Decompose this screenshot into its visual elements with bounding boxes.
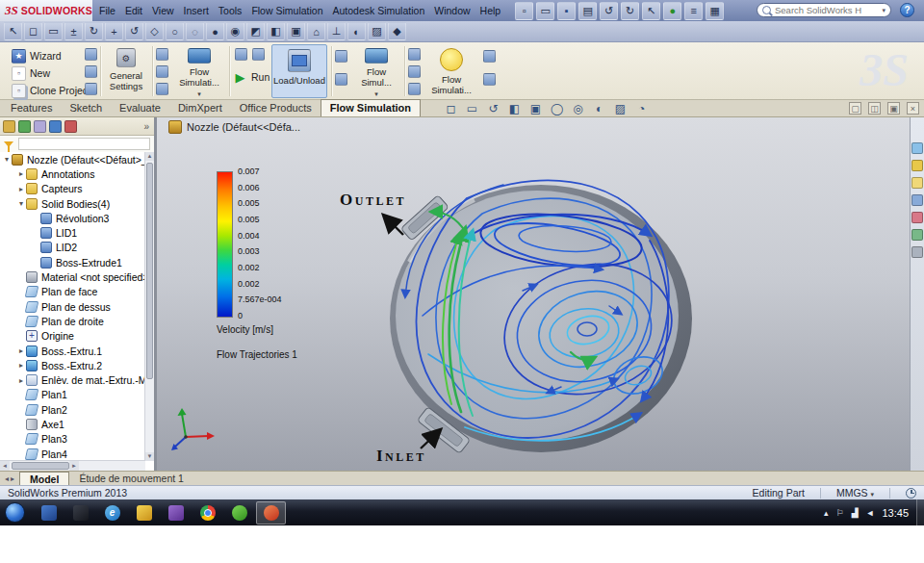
save-icon[interactable]: ▪ [557, 2, 576, 20]
tab-dimxpert[interactable]: DimXpert [169, 100, 231, 116]
tree-item-boss-extru-2[interactable]: ▸Boss.-Extru.2 [0, 358, 145, 372]
tree-item-plan3[interactable]: Plan3 [0, 432, 145, 447]
realview-icon[interactable]: ◆ [388, 22, 406, 40]
view-orientation-icon[interactable]: ▣ [287, 22, 305, 40]
scroll-thumb[interactable] [12, 462, 69, 470]
wireframe-icon[interactable]: ○ [166, 22, 184, 40]
file-properties-icon[interactable]: ▦ [706, 2, 724, 20]
tree-item-annotations[interactable]: ▸Annotations [0, 166, 145, 181]
new-project-button[interactable]: ▫ New [12, 65, 50, 81]
tree-expander-icon[interactable]: ▸ [16, 185, 26, 193]
zoom-fit-icon[interactable]: ◻ [443, 101, 459, 116]
tree-item-enl-v-de-mat-extru-minc[interactable]: ▸Enlèv. de mat.-Extru.-Minc [0, 372, 145, 387]
tree-item-material-not-specified[interactable]: Material <not specified> [0, 269, 145, 284]
taskbar-clock[interactable]: 13:45 [882, 507, 909, 519]
hidden-icons-chevron[interactable]: ▴ [824, 508, 829, 518]
action-center-icon[interactable]: ⚐ [836, 508, 844, 518]
tree-expander-icon[interactable]: ▸ [16, 169, 26, 178]
zoom-in-out-icon[interactable]: ± [64, 22, 83, 40]
tree-item-r-volution3[interactable]: Révolution3 [0, 211, 145, 225]
flow-tools-button[interactable]: Flow Simulati... [425, 44, 477, 98]
tree-item-boss-extru-1[interactable]: ▸Boss.-Extru.1 [0, 344, 145, 358]
tree-expander-icon[interactable]: ▸ [16, 361, 26, 370]
window-close-icon[interactable]: × [907, 102, 919, 115]
previous-view-icon[interactable]: ↺ [125, 22, 143, 40]
result-option-icon[interactable] [408, 83, 421, 95]
show-desktop-button[interactable] [916, 499, 924, 525]
tree-item-solid-bodies-4[interactable]: ▾Solid Bodies(4) [0, 196, 145, 211]
taskbar-app-green[interactable] [224, 501, 254, 525]
shaded-icon[interactable]: ● [206, 22, 224, 40]
result-option-icon[interactable] [408, 48, 421, 61]
graphics-area[interactable]: Nozzle (Défaut<<Défa... 0.0070.0060.0050… [157, 117, 910, 471]
scene-icon[interactable]: ▨ [368, 22, 386, 40]
pan-icon[interactable]: + [105, 22, 123, 40]
hide-show-items-icon[interactable]: ◎ [570, 101, 586, 116]
start-button[interactable] [5, 502, 25, 523]
scroll-right-icon[interactable]: ► [69, 461, 79, 471]
normal-to-icon[interactable]: ⊥ [327, 22, 346, 40]
taskbar-app-internet-explorer[interactable]: e [97, 501, 127, 525]
edit-appearance-icon[interactable]: ◐ [591, 101, 607, 116]
view-palette-icon[interactable] [911, 194, 923, 206]
model-tab-tude-de-mouvement-1[interactable]: Étude de mouvement 1 [69, 472, 193, 485]
perspective-icon[interactable]: ◇ [145, 22, 164, 40]
flow-sources-button[interactable]: Flow Simul... ▾ [352, 44, 400, 98]
model-tab-model[interactable]: Model [19, 472, 69, 486]
tree-item-capteurs[interactable]: ▸Capteurs [0, 182, 145, 196]
print-icon[interactable]: ▤ [578, 2, 597, 20]
section-view-icon[interactable]: ◧ [267, 22, 285, 40]
shadows-icon[interactable]: ◩ [246, 22, 265, 40]
zoom-fit-icon[interactable]: ◻ [24, 22, 42, 40]
taskbar-app-active-red[interactable] [256, 501, 286, 525]
tree-expander-icon[interactable]: ▸ [16, 346, 26, 355]
menu-help[interactable]: Help [475, 0, 506, 21]
tree-expander-icon[interactable]: ▾ [16, 199, 26, 208]
tree-item-plan2[interactable]: Plan2 [0, 402, 145, 417]
configurationmanager-tab-icon[interactable] [34, 120, 46, 133]
previous-view-icon[interactable]: ↺ [485, 101, 501, 116]
tab-office-products[interactable]: Office Products [231, 100, 321, 116]
viewport-single-icon[interactable]: ▢ [849, 102, 861, 115]
flow-simulation-menu-button[interactable]: Flow Simulati... ▾ [173, 44, 225, 98]
general-settings-button[interactable]: ⚙ General Settings [102, 44, 150, 98]
flow-setup-icon[interactable] [156, 83, 168, 95]
help-icon[interactable]: ? [900, 3, 914, 17]
section-view-icon[interactable]: ◧ [506, 101, 523, 116]
units-selector[interactable]: MMGS ▾ [836, 487, 874, 499]
scroll-left-icon[interactable]: ◄ [0, 461, 10, 471]
design-library-icon[interactable] [911, 160, 923, 171]
rebuild-icon[interactable]: ● [663, 2, 681, 20]
view-orientation-icon[interactable]: ▣ [527, 101, 544, 116]
apply-scene-icon[interactable]: ▨ [612, 101, 629, 116]
featuremanager-tab-icon[interactable] [3, 120, 15, 133]
tree-item-plan-de-face[interactable]: Plan de face [0, 285, 145, 299]
undo-icon[interactable]: ↺ [600, 2, 618, 20]
load-unload-button[interactable]: Load/Unload [271, 44, 327, 98]
tree-vertical-scrollbar[interactable]: ▲ ▼ [144, 152, 154, 461]
taskbar-app-media-player[interactable] [161, 501, 191, 525]
tree-item-plan-de-droite[interactable]: Plan de droite [0, 314, 145, 328]
tab-evaluate[interactable]: Evaluate [111, 100, 169, 116]
tree-item-plan-de-dessus[interactable]: Plan de dessus [0, 299, 145, 314]
tab-flow-simulation[interactable]: Flow Simulation [321, 99, 421, 116]
propertymanager-tab-icon[interactable] [18, 120, 31, 133]
filter-funnel-icon[interactable] [4, 141, 13, 147]
menu-window[interactable]: Window [429, 0, 475, 21]
panel-collapse-chevron[interactable]: » [143, 121, 151, 132]
tab-features[interactable]: Features [2, 100, 61, 116]
sheet-nav-icon[interactable]: ▸ [11, 474, 14, 483]
select-icon[interactable]: ↖ [642, 2, 660, 20]
menu-view[interactable]: View [147, 0, 179, 21]
viewport-split-icon[interactable]: ◫ [868, 102, 881, 115]
tree-item-lid1[interactable]: LID1 [0, 225, 145, 240]
flow-condition-icon[interactable] [335, 50, 347, 63]
rotate-view-icon[interactable]: ↻ [85, 22, 103, 40]
tree-item-axe1[interactable]: Axe1 [0, 417, 145, 431]
clone-project-button[interactable]: ▫ Clone Project [12, 83, 90, 98]
custom-properties-icon[interactable] [911, 246, 923, 258]
dimxpertmanager-tab-icon[interactable] [49, 120, 62, 133]
tree-item-origine[interactable]: Origine [0, 329, 145, 344]
menu-file[interactable]: File [94, 0, 120, 21]
scenes-icon[interactable] [911, 229, 923, 241]
